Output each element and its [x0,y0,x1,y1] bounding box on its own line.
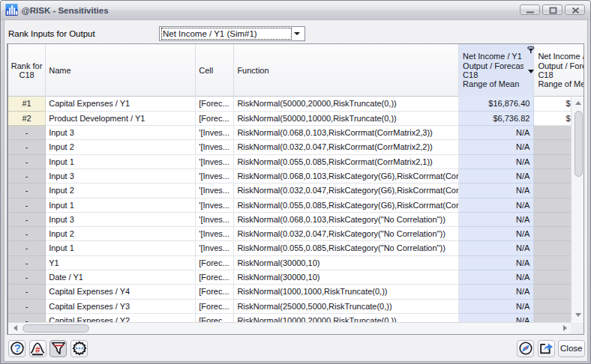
svg-text:?: ? [14,342,20,354]
svg-text:#: # [35,345,40,354]
